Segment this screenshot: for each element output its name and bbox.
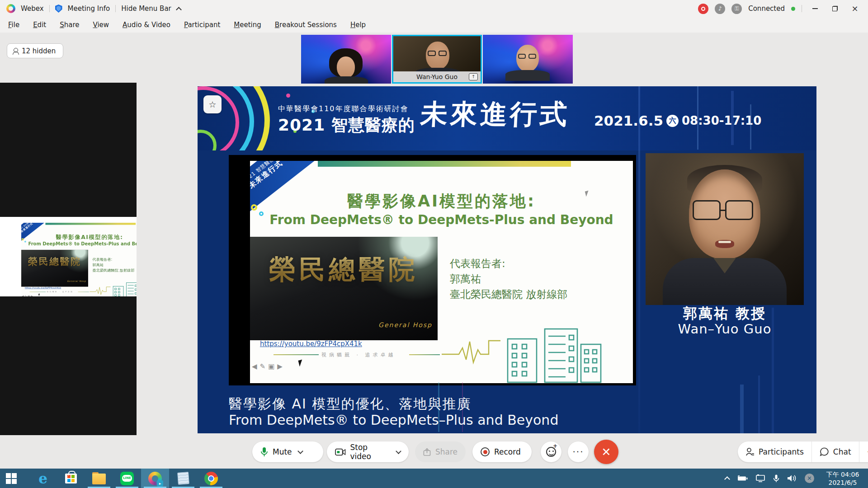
presenter-dept: 臺北榮民總醫院 放射線部 [93,267,135,273]
chevron-up-icon[interactable] [176,7,182,13]
pen-tool-icon[interactable]: ✎ [25,295,27,296]
glitch-streak [638,86,640,433]
mute-button[interactable]: Mute [252,441,323,462]
taskbar-file-explorer[interactable] [85,469,113,488]
music-mode-icon[interactable]: ♪ [715,4,725,14]
speaker-video[interactable] [646,153,804,305]
participant3-body [505,70,550,81]
close-button[interactable]: × [848,3,862,14]
presentation-slide: 2021 智慧醫療的 未來進行式 醫學影像AI模型的落地: From DeepM… [21,223,137,296]
menu-view[interactable]: View [93,21,109,29]
tray-app-x-icon[interactable]: ✕ [805,474,814,483]
titlebar-right: ♪ ⚿ Connected × [698,3,862,14]
taskbar-webex-active[interactable]: ▸ [141,469,169,488]
minimize-button[interactable] [808,3,822,14]
taskbar-notepad[interactable] [169,469,197,488]
youtube-link[interactable]: https://youtu.be/9zFP4cpX41k [260,340,362,348]
presenter-block: 代表報告者: 郭萬祐 臺北榮民總醫院 放射線部 [450,256,567,302]
mute-options-chevron-icon[interactable] [297,448,303,454]
conference-banner: ☆ 中華醫學會110年度聯合學術研討會 2021 智慧醫療的 未來進行式 202… [198,86,816,150]
taskbar-chrome[interactable] [197,469,225,488]
deco-line [30,292,46,292]
hide-menu-bar-button[interactable]: Hide Menu Bar [121,5,171,13]
prev-slide-icon[interactable]: ◀ [252,362,257,371]
recording-indicator-icon[interactable] [698,4,708,14]
mouse-cursor [298,359,306,367]
webex-logo-icon [6,4,15,13]
speaker-name-en: Wan–Yuo Guo [646,321,804,337]
menu-breakout-sessions[interactable]: Breakout Sessions [275,21,337,29]
battery-icon[interactable] [737,475,748,482]
network-icon[interactable] [755,474,765,482]
chat-button[interactable]: Chat [812,441,859,462]
menu-help[interactable]: Help [350,21,366,29]
reactions-button[interactable]: + [541,441,561,462]
menu-participant[interactable]: Participant [184,21,220,29]
hidden-participants-button[interactable]: 12 hidden [7,43,63,58]
start-button[interactable] [0,469,23,488]
video-thumbnail-3[interactable] [483,35,573,84]
menu-audio-video[interactable]: Audio & Video [123,21,170,29]
more-panels-button[interactable]: ··· [859,441,868,462]
taskbar-clock[interactable]: 下午 04:06 2021/6/5 [822,470,863,487]
record-label: Record [494,447,521,456]
lock-key-icon[interactable]: ⚿ [731,4,742,14]
slide-menu-icon[interactable]: ▣ [28,295,30,296]
person-icon [13,48,18,54]
banner-day-circle: 六 [666,115,679,127]
record-button[interactable]: Record [472,441,532,462]
next-slide-icon[interactable]: ▶ [31,295,33,296]
glitch-streak [750,104,751,150]
hospital-sign-text-en: General Hosp [378,321,432,328]
divider [802,5,802,12]
mouse-cursor [38,293,41,296]
system-tray: ✕ 下午 04:06 2021/6/5 [725,470,868,487]
prev-slide-icon[interactable]: ◀ [22,295,24,296]
hospital-sign-photo: 榮民總醫院 General Hosp [21,250,88,287]
tray-expand-chevron-icon[interactable] [724,476,730,482]
connection-status: Connected [748,5,785,13]
restore-button[interactable] [828,3,842,14]
share-screen-icon[interactable]: ↑ [469,73,478,80]
menu-share[interactable]: Share [60,21,79,29]
shared-screen-stage: ☆ 中華醫學會110年度聯合學術研討會 2021 智慧醫療的 未來進行式 202… [198,86,816,433]
video-thumbnail-1[interactable] [301,35,391,84]
taskbar-line[interactable]: LINE [113,469,141,488]
next-slide-icon[interactable]: ▶ [277,362,283,371]
more-options-button[interactable]: ··· [568,441,589,462]
video-thumbnail-active-speaker[interactable]: Wan-Yuo Guo ↑ [392,35,482,84]
hospital-sign-photo: 榮民總醫院 General Hosp [250,237,438,340]
slide-menu-icon[interactable]: ▣ [268,362,274,371]
meeting-info-button[interactable]: Meeting Info [68,5,110,13]
glitch-streak [731,91,734,145]
microphone-tray-icon[interactable] [773,474,779,483]
volume-icon[interactable] [787,474,797,482]
annotation-star-button[interactable]: ☆ [203,95,222,113]
menu-edit[interactable]: Edit [33,21,46,29]
speaker-name-zh: 郭萬祐 教授 [646,304,804,323]
hospital-sign-text: 榮民總醫院 [250,252,438,287]
speaker-thumb-glasses-left [428,51,436,56]
windows-logo-icon [6,473,17,484]
presenter-name: 郭萬祐 [93,262,135,267]
camera-icon [335,448,346,456]
video-options-chevron-icon[interactable] [396,448,401,454]
taskbar-store[interactable] [57,469,85,488]
pen-tool-icon[interactable]: ✎ [260,362,266,371]
participants-button[interactable]: Participants [738,441,811,462]
windows-taskbar: e LINE ▸ [0,469,868,488]
menu-meeting[interactable]: Meeting [234,21,261,29]
presenter-name: 郭萬祐 [450,271,567,286]
leave-meeting-button[interactable]: ✕ [594,440,618,464]
glitch-streak [697,86,698,150]
youtube-link[interactable]: https://youtu.be/9zFP4cpX41k [25,286,61,289]
stop-video-button[interactable]: Stop video [327,441,409,462]
slide-gradient-bar [45,223,136,225]
share-button[interactable]: Share [415,441,466,462]
caption-line1: 醫學影像 AI 模型的優化、落地與推廣 [229,395,471,413]
divider [115,5,116,12]
presentation-preview-panel[interactable]: 2021 智慧醫療的 未來進行式 醫學影像AI模型的落地: From DeepM… [0,83,137,435]
presenter-label: 代表報告者: [450,256,567,271]
menu-file[interactable]: File [8,21,19,29]
taskbar-edge[interactable]: e [29,469,57,488]
